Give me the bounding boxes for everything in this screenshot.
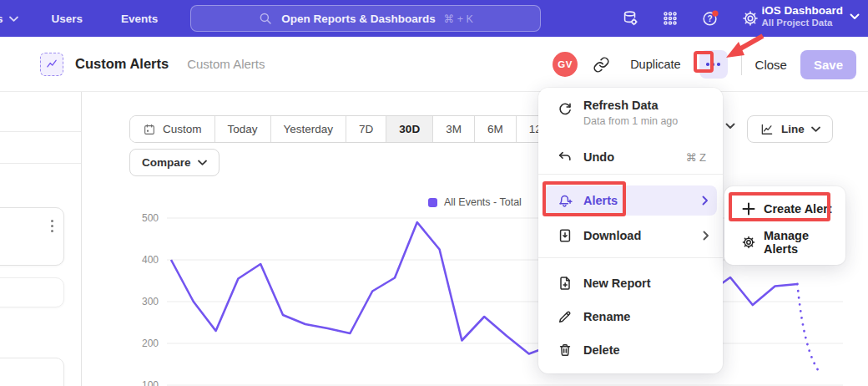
chevron-right-icon bbox=[702, 196, 709, 206]
svg-text:300: 300 bbox=[142, 296, 159, 307]
query-builder-sidebar bbox=[0, 92, 82, 386]
page-title: Custom Alerts bbox=[75, 56, 169, 72]
kebab-menu-icon[interactable] bbox=[51, 220, 53, 232]
sidebar-card[interactable] bbox=[0, 358, 64, 386]
data-management-icon[interactable] bbox=[621, 9, 639, 28]
date-range-7d[interactable]: 7D bbox=[346, 116, 386, 142]
svg-text:?: ? bbox=[707, 14, 712, 23]
svg-text:100: 100 bbox=[142, 379, 159, 386]
menu-item-subtitle: Data from 1 min ago bbox=[583, 115, 678, 127]
search-input[interactable]: Open Reports & Dashboards ⌘ + K bbox=[190, 5, 541, 32]
bell-plus-icon bbox=[557, 192, 573, 209]
submenu-item-create-alert[interactable]: Create Alert bbox=[724, 194, 845, 224]
date-range-6m[interactable]: 6M bbox=[474, 116, 516, 142]
chevron-down-icon[interactable] bbox=[725, 123, 735, 130]
search-placeholder: Open Reports & Dashboards bbox=[281, 13, 436, 25]
nav-item-events[interactable]: Events bbox=[106, 13, 173, 25]
svg-text:200: 200 bbox=[142, 338, 159, 349]
date-range-30d[interactable]: 30D bbox=[386, 116, 432, 142]
sidebar-section bbox=[0, 92, 81, 132]
menu-item-new-report[interactable]: New Report bbox=[538, 268, 723, 298]
menu-item-label: Undo bbox=[583, 150, 614, 164]
sidebar-card[interactable] bbox=[0, 207, 64, 266]
duplicate-button[interactable]: Duplicate bbox=[630, 58, 680, 71]
apps-grid-icon[interactable] bbox=[661, 9, 679, 28]
gear-icon bbox=[741, 235, 756, 250]
search-shortcut: ⌘ + K bbox=[444, 13, 473, 25]
chevron-down-icon bbox=[811, 126, 820, 132]
more-options-button[interactable] bbox=[699, 50, 728, 79]
menu-item-label: New Report bbox=[583, 277, 651, 290]
submenu-item-label: Manage Alerts bbox=[764, 229, 845, 256]
chevron-down-icon bbox=[198, 160, 207, 165]
menu-divider bbox=[538, 257, 723, 258]
menu-shortcut: ⌘ Z bbox=[685, 151, 706, 164]
legend-swatch bbox=[428, 198, 437, 207]
breadcrumb: Custom Alerts bbox=[187, 57, 265, 71]
search-icon bbox=[258, 11, 273, 26]
divider bbox=[741, 53, 742, 75]
close-button[interactable]: Close bbox=[755, 58, 787, 72]
menu-item-undo[interactable]: Undo ⌘ Z bbox=[538, 143, 723, 171]
project-switcher[interactable]: iOS Dashboard All Project Data bbox=[761, 4, 860, 28]
date-range-control: Custom Today Yesterday 7D 30D 3M 6M 12M bbox=[129, 115, 564, 143]
date-range-custom[interactable]: Custom bbox=[130, 116, 214, 142]
submenu-item-manage-alerts[interactable]: Manage Alerts bbox=[724, 227, 845, 257]
chart-type-button[interactable]: Line bbox=[747, 115, 833, 143]
menu-item-delete[interactable]: Delete bbox=[538, 335, 723, 365]
app-window: 500400300200100 All Events - Total s Use… bbox=[0, 0, 868, 386]
calendar-icon bbox=[143, 123, 156, 136]
project-name: iOS Dashboard bbox=[761, 4, 843, 18]
refresh-icon bbox=[557, 101, 573, 118]
nav-item-truncated[interactable]: s bbox=[0, 13, 18, 25]
settings-gear-icon[interactable] bbox=[741, 9, 760, 28]
help-icon[interactable]: ? bbox=[701, 9, 719, 28]
undo-icon bbox=[557, 149, 573, 165]
nav-item-users[interactable]: Users bbox=[37, 13, 98, 25]
legend-label: All Events - Total bbox=[444, 196, 522, 208]
top-nav: s Users Events Open Reports & Dashboards… bbox=[0, 0, 868, 37]
menu-item-download[interactable]: Download bbox=[538, 221, 723, 251]
report-type-icon bbox=[40, 53, 63, 76]
save-button[interactable]: Save bbox=[800, 50, 856, 79]
menu-item-rename[interactable]: Rename bbox=[538, 302, 723, 332]
menu-item-alerts[interactable]: Alerts bbox=[544, 185, 717, 216]
line-chart-icon bbox=[760, 122, 775, 137]
trash-icon bbox=[557, 342, 573, 358]
new-report-icon bbox=[557, 275, 573, 292]
menu-item-label: Alerts bbox=[583, 194, 618, 207]
alerts-submenu: Create Alert Manage Alerts bbox=[724, 186, 845, 265]
svg-text:500: 500 bbox=[142, 212, 159, 224]
svg-text:400: 400 bbox=[142, 254, 159, 266]
menu-item-label: Delete bbox=[583, 343, 620, 357]
report-header: Custom Alerts Custom Alerts GV Duplicate… bbox=[0, 37, 868, 92]
download-icon bbox=[557, 227, 573, 244]
date-range-3m[interactable]: 3M bbox=[432, 116, 474, 142]
date-range-today[interactable]: Today bbox=[214, 116, 270, 142]
menu-divider bbox=[538, 174, 723, 175]
menu-item-refresh-data[interactable]: Refresh Data Data from 1 min ago bbox=[538, 99, 723, 139]
menu-item-label: Rename bbox=[583, 310, 630, 323]
project-scope: All Project Data bbox=[761, 18, 843, 28]
context-menu: Refresh Data Data from 1 min ago Undo ⌘ … bbox=[538, 88, 723, 373]
chevron-down-icon bbox=[9, 16, 18, 22]
chevron-down-icon bbox=[850, 13, 860, 20]
pencil-icon bbox=[557, 308, 573, 325]
plus-icon bbox=[741, 201, 756, 216]
menu-item-label: Download bbox=[583, 229, 641, 242]
share-link-icon[interactable] bbox=[593, 56, 610, 74]
submenu-item-label: Create Alert bbox=[764, 202, 832, 216]
sidebar-card[interactable] bbox=[0, 277, 64, 307]
date-range-yesterday[interactable]: Yesterday bbox=[270, 116, 346, 142]
sidebar-section bbox=[0, 132, 81, 164]
chevron-right-icon bbox=[703, 231, 709, 241]
compare-button[interactable]: Compare bbox=[129, 149, 220, 176]
menu-item-label: Refresh Data bbox=[583, 99, 678, 112]
avatar[interactable]: GV bbox=[553, 52, 578, 77]
chart-legend[interactable]: All Events - Total bbox=[428, 196, 522, 208]
